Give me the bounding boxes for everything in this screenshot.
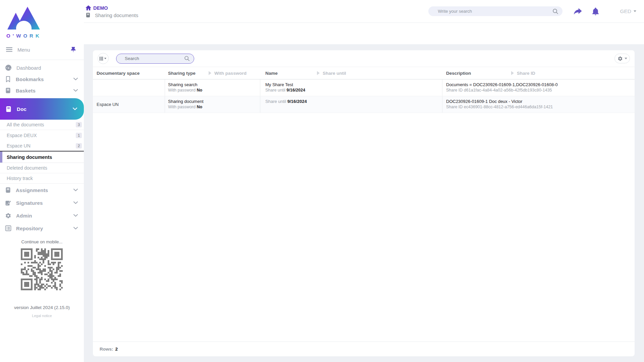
table-header: Documentary space Sharing type With pass… <box>93 67 635 79</box>
column-label[interactable]: Documentary space <box>97 71 140 76</box>
admin-label: Admin <box>16 213 32 219</box>
gear-icon <box>5 213 11 219</box>
repository-label: Repository <box>16 226 43 231</box>
assignments-icon <box>5 187 11 193</box>
chevron-down-icon <box>73 201 78 204</box>
dashboard-label: Dashboard <box>16 65 41 71</box>
column-header-with-password[interactable]: With password <box>209 71 247 76</box>
search-icon[interactable] <box>552 8 558 14</box>
global-search-input[interactable] <box>438 9 552 14</box>
sidebar-item-admin[interactable]: Admin <box>0 209 84 222</box>
cell-documentary-space <box>93 79 165 96</box>
bookmarks-label: Bookmarks <box>16 76 44 82</box>
share-until-value: 9/16/2024 <box>286 88 305 93</box>
description-value: DOC230926-01609-1 Doc deux - Victor <box>446 99 635 104</box>
gear-icon <box>618 56 623 61</box>
cell-description: Documents = DOC230926-01609-1,DOC230926-… <box>442 79 635 96</box>
chevron-down-icon <box>73 214 78 217</box>
columns-icon <box>100 57 103 61</box>
sharing-type-value: Sharing search <box>168 82 260 87</box>
with-password-value: No <box>197 105 202 109</box>
app-logo[interactable]: O'WORK <box>0 0 84 42</box>
table-row[interactable]: Espace UN Sharing document With password… <box>93 96 635 113</box>
subitem-label: Sharing documents <box>7 155 52 160</box>
table-search <box>116 54 194 64</box>
column-header-share-until[interactable]: Share until <box>317 71 346 76</box>
share-id-value: d61a1fac-4a84-4a02-a56b-42f5db193c80-143… <box>464 88 552 93</box>
column-header-share-id[interactable]: Share ID <box>511 71 535 76</box>
sidebar-item-doc[interactable]: Doc <box>0 98 84 120</box>
sidebar-item-espace-un[interactable]: Espace UN 2 <box>0 140 84 151</box>
table-row[interactable]: Sharing search With password No My Share… <box>93 79 635 96</box>
sidebar-item-dashboard[interactable]: Dashboard <box>0 62 84 73</box>
page-title-row: Sharing documents <box>86 12 138 18</box>
sidebar-item-all-the-documents[interactable]: All the documents 3 <box>0 120 84 130</box>
cell-sharing-type: Sharing search With password No <box>165 79 260 96</box>
book-icon <box>86 12 91 18</box>
chevron-down-icon <box>73 227 78 230</box>
column-label[interactable]: Description <box>446 71 471 76</box>
legal-notice-link[interactable]: Legal notice <box>0 314 84 318</box>
sidebar-item-deleted-documents[interactable]: Deleted documents <box>0 163 84 173</box>
table-toolbar <box>93 50 635 67</box>
owork-logo-icon: O'WORK <box>5 5 41 40</box>
sidebar: O'WORK Menu <box>0 0 84 362</box>
cell-sharing-type: Sharing document With password No <box>165 96 260 113</box>
cell-description: DOC230926-01609-1 Doc deux - Victor Shar… <box>442 96 635 113</box>
hamburger-icon <box>6 47 12 52</box>
subitem-label: Espace UN <box>7 143 31 148</box>
share-icon <box>573 8 582 15</box>
assignments-label: Assignments <box>16 187 48 193</box>
main-area: DEMO Sharing documents <box>84 0 644 362</box>
group-arrow-icon <box>209 71 211 75</box>
baskets-label: Baskets <box>16 88 36 94</box>
breadcrumb: DEMO Sharing documents <box>84 5 138 18</box>
column-label[interactable]: Name <box>265 71 278 76</box>
description-value: Documents = DOC230926-01609-1,DOC230926-… <box>446 82 635 87</box>
search-icon[interactable] <box>184 56 190 61</box>
sidebar-item-baskets[interactable]: Baskets <box>0 85 84 96</box>
user-menu-dropdown[interactable]: GED <box>620 8 636 14</box>
subitem-label: Espace DEUX <box>7 133 37 138</box>
cell-name: Share until 9/16/2024 <box>260 96 442 113</box>
sharing-documents-card: Documentary space Sharing type With pass… <box>93 50 635 356</box>
subitem-label: All the documents <box>7 122 44 127</box>
menu-label: Menu <box>17 47 30 53</box>
sidebar-item-repository[interactable]: Repository <box>0 222 84 235</box>
owork-logo-text: O'WORK <box>6 33 41 39</box>
sharing-type-value: Sharing document <box>168 99 260 104</box>
pin-sidebar-icon[interactable] <box>71 47 76 53</box>
breadcrumb-home-label: DEMO <box>93 5 108 11</box>
table-search-input[interactable] <box>125 56 184 61</box>
column-sublabel: With password <box>214 71 247 76</box>
caret-down-icon <box>634 10 636 12</box>
column-header-documentary-space: Documentary space <box>93 67 165 79</box>
subitem-label: History track <box>7 176 33 181</box>
breadcrumb-home-link[interactable]: DEMO <box>86 5 138 11</box>
sidebar-item-sharing-documents[interactable]: Sharing documents <box>0 151 84 163</box>
group-arrow-icon <box>317 71 320 75</box>
cell-documentary-space: Espace UN <box>93 96 165 113</box>
notifications-button[interactable] <box>591 7 600 16</box>
columns-button[interactable] <box>98 53 109 64</box>
sidebar-item-assignments[interactable]: Assignments <box>0 184 84 196</box>
table-footer: Rows: 2 <box>93 342 635 356</box>
share-button[interactable] <box>573 8 582 15</box>
sidebar-item-history-track[interactable]: History track <box>0 173 84 184</box>
column-label[interactable]: Sharing type <box>168 71 196 76</box>
sidebar-item-bookmarks[interactable]: Bookmarks <box>0 73 84 85</box>
topbar-actions: GED <box>428 6 644 16</box>
column-sublabel: Share ID <box>517 71 535 76</box>
baskets-icon <box>5 87 11 94</box>
cell-name: My Share Test Share until 9/16/2024 <box>260 79 442 96</box>
table-settings-button[interactable] <box>614 54 630 63</box>
sidebar-item-signatures[interactable]: Signatures <box>0 196 84 209</box>
sidebar-item-espace-deux[interactable]: Espace DEUX 1 <box>0 130 84 140</box>
sidebar-menu-toggle[interactable]: Menu <box>0 42 84 57</box>
home-icon <box>86 5 91 10</box>
chevron-down-icon <box>73 78 78 80</box>
topbar: DEMO Sharing documents <box>84 0 644 44</box>
column-header-sharing-type: Sharing type With password <box>165 67 260 79</box>
user-label: GED <box>620 8 631 14</box>
rows-count: 2 <box>115 347 118 352</box>
